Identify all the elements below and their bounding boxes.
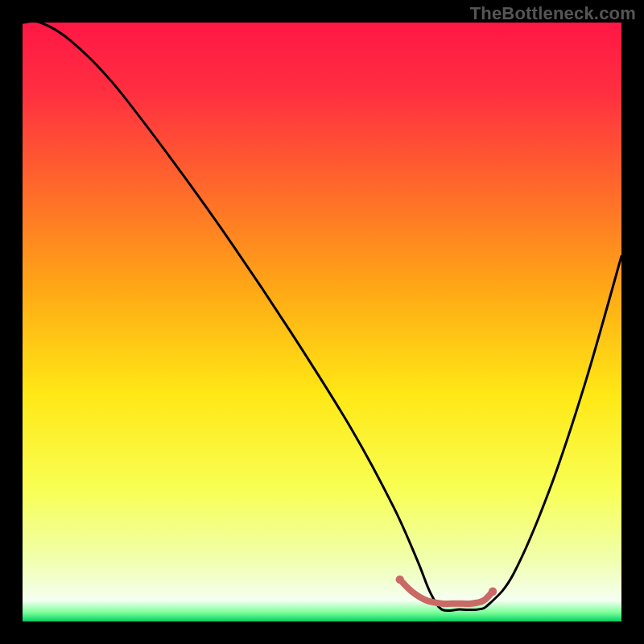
gradient-background: [23, 23, 621, 621]
chart-canvas: [0, 0, 644, 644]
watermark: TheBottleneck.com: [470, 3, 636, 24]
chart-frame: TheBottleneck.com: [0, 0, 644, 644]
highlight-endpoint: [396, 576, 404, 584]
highlight-endpoint: [489, 588, 497, 596]
